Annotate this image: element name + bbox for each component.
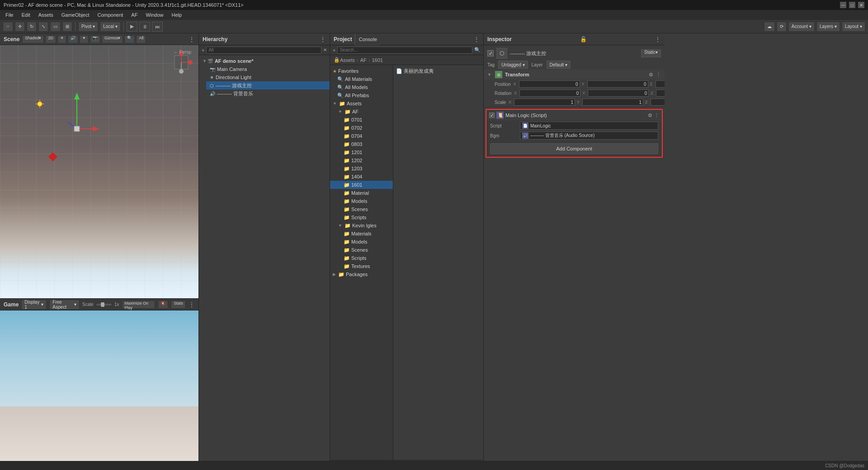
tree-scenes-k[interactable]: 📁 Scenes	[330, 246, 393, 254]
fx-button[interactable]: ✦	[80, 35, 89, 43]
scale-y-input[interactable]	[582, 99, 643, 106]
tree-assets[interactable]: ▼ 📁 Assets	[330, 99, 393, 108]
rotation-z-input[interactable]	[656, 89, 665, 97]
tree-models-k[interactable]: 📁 Models	[330, 238, 393, 246]
all-btn[interactable]: All	[136, 35, 146, 43]
hierarchy-menu-btn[interactable]: ⋮	[320, 36, 326, 43]
display-dropdown[interactable]: Display 1▾	[21, 300, 47, 310]
menu-item-assets[interactable]: Assets	[35, 11, 57, 19]
tree-0803[interactable]: 📁 0803	[330, 140, 393, 148]
scale-z-input[interactable]	[651, 99, 665, 106]
play-button[interactable]: ▶	[127, 22, 137, 32]
menu-item-window[interactable]: Window	[142, 11, 167, 19]
tree-1404[interactable]: 📁 1404	[330, 173, 393, 181]
position-z-input[interactable]	[656, 80, 665, 88]
position-x-input[interactable]	[519, 80, 580, 88]
transform-rect-tool[interactable]: ▭	[50, 22, 61, 32]
fav-all-prefabs[interactable]: 🔍 All Prefabs	[330, 91, 393, 99]
hierarchy-item-game-controller[interactable]: ⬡ --------- 游戏主控	[206, 81, 330, 89]
maximize-on-play-btn[interactable]: Maximize On Play	[122, 301, 156, 309]
menu-item-af[interactable]: AF	[127, 11, 141, 19]
tree-kevin[interactable]: ▼ 📁 Kevin Igles	[330, 221, 393, 230]
rotation-y-input[interactable]	[588, 89, 649, 97]
tree-af[interactable]: ▼ 📁 AF	[330, 108, 393, 116]
fav-all-models[interactable]: 🔍 All Models	[330, 83, 393, 91]
pause-button[interactable]: ⏸	[139, 22, 150, 32]
collab-button[interactable]: ⟳	[777, 22, 787, 32]
scene-camera-btn[interactable]: 📷	[90, 35, 100, 43]
tree-0702[interactable]: 📁 0702	[330, 124, 393, 132]
step-button[interactable]: ⏭	[152, 22, 163, 32]
transform-move-tool[interactable]: ✛	[15, 22, 25, 32]
tree-textures-k[interactable]: 📁 Textures	[330, 262, 393, 270]
breadcrumb-1601[interactable]: 1601	[372, 57, 382, 63]
script-field-value[interactable]: 📄 MainLogic	[520, 122, 658, 130]
tree-scripts-k[interactable]: 📁 Scripts	[330, 254, 393, 262]
transform-custom-tool[interactable]: ⊞	[62, 22, 72, 32]
menu-item-gameobject[interactable]: GameObject	[58, 11, 93, 19]
local-dropdown[interactable]: Local ▾	[100, 22, 121, 32]
main-logic-header[interactable]: ✓ 📜 Main Logic (Script) ⚙ ⋮	[486, 110, 662, 121]
project-add-btn[interactable]: +	[333, 47, 335, 53]
mute-btn[interactable]: 🔇	[158, 301, 168, 309]
comp-more-btn[interactable]: ⋮	[654, 113, 659, 118]
bgm-field-value[interactable]: 🔊 --------- 背景音乐 (Audio Source)	[520, 132, 658, 140]
maximize-button[interactable]: □	[849, 2, 855, 8]
transform-settings-btn[interactable]: ⚙	[649, 72, 653, 78]
lighting-button[interactable]: ☀	[57, 35, 66, 43]
audio-button[interactable]: 🔊	[68, 35, 78, 43]
tree-1203[interactable]: 📁 1203	[330, 164, 393, 173]
breadcrumb-af[interactable]: AF	[360, 57, 367, 63]
tree-scenes-af[interactable]: 📁 Scenes	[330, 205, 393, 213]
shaded-dropdown[interactable]: Shaded▾	[22, 35, 44, 43]
account-dropdown[interactable]: Account ▾	[788, 22, 815, 32]
tag-dropdown[interactable]: Untagged▾	[498, 61, 528, 69]
tree-1601[interactable]: 📁 1601	[330, 181, 393, 189]
transform-section-header[interactable]: ▼ ⊕ Transform ⚙ ⋮	[484, 70, 665, 80]
tree-models-af[interactable]: 📁 Models	[330, 197, 393, 205]
scale-x-input[interactable]	[514, 99, 575, 106]
cloud-button[interactable]: ☁	[764, 22, 775, 32]
tree-packages[interactable]: ▶ 📁 Packages	[330, 270, 393, 278]
menu-item-edit[interactable]: Edit	[18, 11, 34, 19]
layers-dropdown[interactable]: Layers ▾	[816, 22, 840, 32]
comp-enable-checkbox[interactable]: ✓	[489, 113, 495, 118]
static-dropdown[interactable]: Static▾	[641, 49, 661, 57]
comp-settings-btn[interactable]: ⚙	[648, 113, 652, 118]
game-menu-btn[interactable]: ⋮	[189, 301, 195, 308]
layer-dropdown[interactable]: Default▾	[547, 61, 571, 69]
object-enable-checkbox[interactable]: ✓	[487, 50, 494, 56]
project-menu-btn[interactable]: ⋮	[473, 36, 480, 43]
scale-slider[interactable]	[96, 304, 112, 306]
fav-all-materials[interactable]: 🔍 All Materials	[330, 75, 393, 83]
tree-0704[interactable]: 📁 0704	[330, 132, 393, 140]
hierarchy-add-btn[interactable]: +	[202, 47, 204, 53]
transform-handle-tool[interactable]: ☞	[3, 22, 13, 32]
minimize-button[interactable]: ─	[840, 2, 846, 8]
aspect-dropdown[interactable]: Free Aspect▾	[49, 300, 79, 310]
tree-1202[interactable]: 📁 1202	[330, 156, 393, 164]
2d-button[interactable]: 2D	[45, 35, 56, 43]
pivot-dropdown[interactable]: Pivot ▾	[78, 22, 98, 32]
hierarchy-search[interactable]	[206, 47, 321, 54]
close-button[interactable]: ✕	[858, 2, 864, 8]
rotation-x-input[interactable]	[519, 89, 580, 97]
game-canvas[interactable]	[0, 310, 198, 470]
position-y-input[interactable]	[587, 80, 648, 88]
transform-rotate-tool[interactable]: ↻	[27, 22, 37, 32]
project-search[interactable]	[337, 47, 472, 54]
console-tab[interactable]: Console	[355, 33, 381, 45]
hierarchy-item-scene[interactable]: ▼ 🎬 AF demo scene*	[199, 57, 330, 65]
hierarchy-item-directional-light[interactable]: ☀ Directional Light	[206, 73, 330, 81]
hierarchy-item-main-camera[interactable]: 📷 Main Camera	[206, 65, 330, 73]
add-component-button[interactable]: Add Component	[490, 143, 658, 154]
hierarchy-item-bg-music[interactable]: 🔊 --------- 背景音乐	[206, 89, 330, 98]
scene-canvas[interactable]: ← Persp	[0, 45, 198, 298]
menu-item-file[interactable]: File	[2, 11, 17, 19]
tree-material[interactable]: 📁 Material	[330, 189, 393, 197]
object-icon-btn[interactable]: ⬡	[496, 48, 507, 59]
inspector-menu-btn[interactable]: ⋮	[655, 36, 661, 43]
menu-item-component[interactable]: Component	[94, 11, 127, 19]
tree-scripts-af[interactable]: 📁 Scripts	[330, 213, 393, 221]
menu-item-help[interactable]: Help	[168, 11, 186, 19]
